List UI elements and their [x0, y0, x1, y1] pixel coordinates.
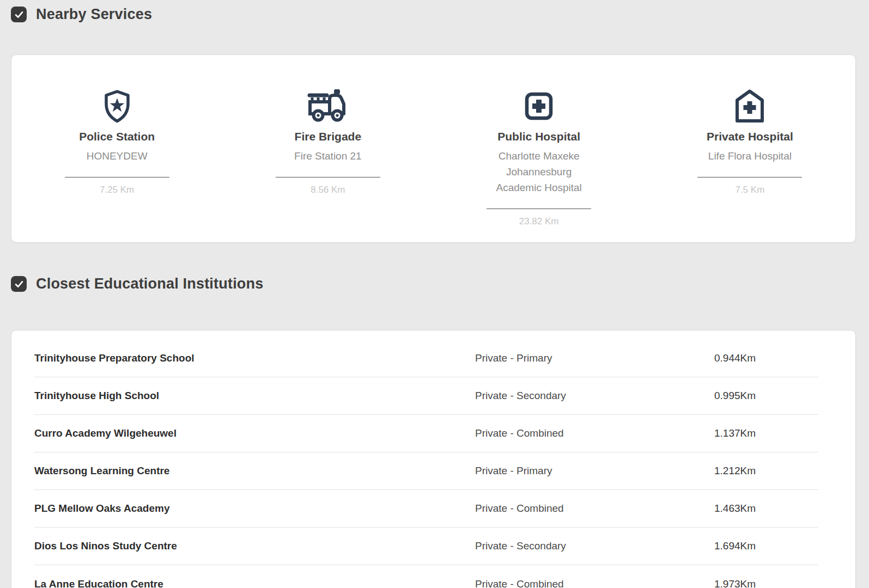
institution-name: PLG Mellow Oaks Academy: [34, 503, 475, 514]
service-distance: 7.5 Km: [735, 185, 764, 195]
private-hospital-icon-container: [732, 88, 767, 125]
service-card: Private Hospital Life Flora Hospital 7.5…: [645, 88, 855, 195]
institution-row: Watersong Learning Centre Private - Prim…: [34, 452, 818, 490]
institution-name: Curro Academy Wilgeheuwel: [34, 427, 475, 439]
institution-type: Private - Combined: [475, 503, 714, 514]
institution-type: Private - Combined: [475, 427, 714, 439]
institution-row: Curro Academy Wilgeheuwel Private - Comb…: [34, 415, 818, 452]
institution-row: Trinityhouse High School Private - Secon…: [34, 377, 818, 415]
service-card: Fire Brigade Fire Station 21 8.56 Km: [222, 88, 433, 195]
service-name: Fire Station 21: [294, 148, 362, 164]
service-title: Fire Brigade: [295, 130, 362, 143]
institution-type: Private - Primary: [475, 465, 714, 477]
service-divider: [487, 209, 591, 209]
service-divider: [276, 177, 380, 177]
institution-name: La Anne Education Centre: [34, 578, 475, 588]
fire-truck-icon: [306, 88, 350, 124]
service-divider: [65, 177, 169, 177]
education-checkbox[interactable]: [11, 276, 27, 292]
property-report-page: { "page": { "background": "#e9e9e9", "ic…: [0, 0, 869, 588]
institution-name: Trinityhouse Preparatory School: [34, 352, 475, 364]
fire-truck-icon-container: [306, 88, 350, 125]
nearby-services-card: Police Station HONEYDEW 7.25 Km Fire Bri…: [11, 54, 856, 243]
institution-distance: 1.212Km: [714, 465, 818, 477]
institution-distance: 0.944Km: [714, 352, 818, 364]
service-title: Police Station: [79, 130, 155, 143]
police-shield-icon-container: [100, 88, 135, 125]
institution-row: Trinityhouse Preparatory School Private …: [34, 340, 818, 377]
institution-row: PLG Mellow Oaks Academy Private - Combin…: [34, 490, 818, 528]
institution-name: Watersong Learning Centre: [34, 465, 475, 477]
service-card: Public Hospital Charlotte Maxeke Johanne…: [434, 88, 645, 227]
service-divider: [697, 177, 802, 177]
institution-row: La Anne Education Centre Private - Combi…: [34, 565, 818, 588]
service-title: Private Hospital: [707, 130, 793, 143]
institution-distance: 1.694Km: [714, 540, 818, 552]
institution-distance: 0.995Km: [714, 390, 818, 402]
public-hospital-icon-container: [521, 88, 556, 125]
institution-type: Private - Primary: [475, 352, 714, 364]
public-hospital-icon: [521, 89, 556, 124]
service-distance: 8.56 Km: [311, 185, 345, 195]
service-name: HONEYDEW: [87, 148, 148, 164]
institution-distance: 1.973Km: [714, 578, 818, 588]
nearby-services-title: Nearby Services: [36, 6, 152, 23]
service-name: Life Flora Hospital: [708, 148, 792, 164]
service-distance: 23.82 Km: [519, 216, 559, 227]
institution-type: Private - Secondary: [475, 390, 714, 402]
check-icon: [13, 278, 25, 290]
service-card: Police Station HONEYDEW 7.25 Km: [11, 88, 222, 195]
institution-name: Trinityhouse High School: [34, 390, 475, 402]
service-distance: 7.25 Km: [100, 185, 134, 195]
service-title: Public Hospital: [497, 130, 580, 143]
education-card: Trinityhouse Preparatory School Private …: [11, 330, 856, 588]
education-header: Closest Educational Institutions: [11, 275, 869, 292]
nearby-services-checkbox[interactable]: [11, 7, 27, 22]
institution-type: Private - Combined: [475, 578, 714, 588]
check-icon: [13, 9, 25, 21]
police-shield-icon: [100, 89, 135, 124]
institution-type: Private - Secondary: [475, 540, 714, 552]
institution-distance: 1.137Km: [714, 427, 818, 439]
service-name: Charlotte Maxeke Johannesburg Academic H…: [485, 148, 592, 195]
education-title: Closest Educational Institutions: [36, 275, 263, 292]
private-hospital-icon: [732, 89, 767, 124]
institution-row: Dios Los Ninos Study Centre Private - Se…: [34, 528, 818, 565]
institution-name: Dios Los Ninos Study Centre: [34, 540, 475, 552]
nearby-services-header: Nearby Services: [11, 6, 869, 23]
institution-distance: 1.463Km: [714, 503, 818, 514]
